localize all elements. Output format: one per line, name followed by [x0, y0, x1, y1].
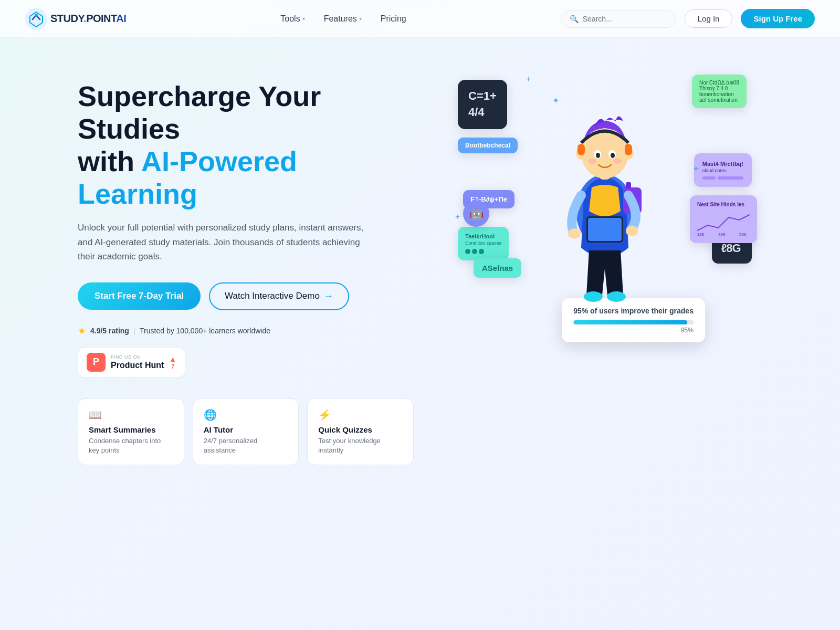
svg-point-8: [568, 228, 581, 239]
cta-primary-button[interactable]: Start Free 7-Day Trial: [78, 282, 201, 310]
progress-bar-bg: [573, 320, 694, 324]
svg-text:300: 300: [697, 232, 705, 236]
summaries-title: Smart Summaries: [89, 425, 173, 434]
svg-rect-11: [588, 218, 622, 241]
svg-point-13: [607, 291, 626, 302]
quizzes-title: Quick Quizzes: [318, 425, 403, 434]
features-chevron-icon: ▾: [359, 16, 362, 22]
tutor-desc: 24/7 personalized assistance: [204, 436, 288, 455]
bot-card: 🤖: [463, 201, 489, 227]
graph-card: Nest Site Hinds les 300 400 500: [690, 195, 757, 243]
nav-actions: 🔍 Log In Sign Up Free: [561, 9, 815, 28]
quizzes-icon: ⚡: [318, 408, 403, 421]
tutor-title: AI Tutor: [204, 425, 288, 434]
search-bar[interactable]: 🔍: [561, 10, 676, 28]
product-hunt-score: ▲ 7: [169, 355, 176, 370]
nav-features[interactable]: Features ▾: [324, 14, 362, 24]
hero-subtitle: Unlock your full potential with personal…: [78, 220, 372, 264]
signup-button[interactable]: Sign Up Free: [741, 9, 815, 28]
purple-card: Mast4 Mrcttbq! cloud notes: [694, 153, 752, 187]
quizzes-desc: Test your knowledge instantly: [318, 436, 403, 455]
progress-label: 95%: [573, 327, 694, 334]
hero-title-line2-plain: with: [78, 145, 141, 177]
summaries-desc: Condense chapters into key points: [89, 436, 173, 455]
arrow-right-icon: →: [324, 291, 333, 302]
progress-bar-fill: [573, 320, 687, 324]
hero-illustration: C=1+4/4 Nor CtdΩΔ.b⊕08 Thisny 7.4.θ booe…: [447, 69, 762, 353]
rating-value: 4.9/5 rating: [90, 327, 129, 335]
rating-separator: |: [133, 326, 135, 335]
hero-left: Supercharge Your Studies with AI-Powered…: [78, 69, 414, 465]
login-button[interactable]: Log In: [685, 9, 733, 28]
feature-card-tutor: 🌐 AI Tutor 24/7 personalized assistance: [193, 398, 299, 465]
illustration-container: C=1+4/4 Nor CtdΩΔ.b⊕08 Thisny 7.4.θ booe…: [447, 69, 762, 353]
svg-text:400: 400: [718, 232, 726, 236]
mini-chart: 300 400 500: [697, 209, 750, 236]
svg-rect-19: [625, 144, 632, 155]
feature-cards: 📖 Smart Summaries Condense chapters into…: [78, 398, 414, 465]
student-character: [542, 90, 668, 313]
tools-chevron-icon: ▾: [302, 16, 305, 22]
nav-links: Tools ▾ Features ▾ Pricing: [280, 14, 406, 24]
green-bubble-card: Nor CtdΩΔ.b⊕08 Thisny 7.4.θ booentionati…: [692, 75, 747, 108]
as-card: ASelnas: [474, 258, 521, 278]
nav-tools[interactable]: Tools ▾: [280, 14, 304, 24]
logo-text: STUDY.POINTAI: [50, 13, 126, 25]
svg-point-22: [596, 153, 600, 158]
star-deco-3: +: [455, 212, 460, 222]
navbar: STUDY.POINTAI Tools ▾ Features ▾ Pricing…: [0, 0, 840, 38]
nav-pricing[interactable]: Pricing: [381, 14, 406, 24]
svg-rect-18: [578, 144, 585, 155]
star-deco-2: ✦: [692, 164, 699, 174]
math-card: C=1+4/4: [458, 80, 507, 129]
rating-trust: Trusted by 100,000+ learners worldwide: [140, 327, 270, 335]
svg-point-24: [588, 159, 596, 164]
svg-point-12: [584, 291, 603, 302]
search-icon: 🔍: [570, 15, 579, 23]
summaries-icon: 📖: [89, 408, 173, 421]
product-hunt-text: FIND US ON Product Hunt: [111, 354, 164, 370]
logo-link[interactable]: STUDY.POINTAI: [25, 8, 126, 30]
svg-rect-7: [626, 182, 631, 188]
hero-title: Supercharge Your Studies with AI-Powered…: [78, 80, 414, 210]
product-hunt-icon: P: [87, 353, 106, 372]
cta-secondary-button[interactable]: Watch Interactive Demo →: [209, 282, 349, 310]
feature-card-summaries: 📖 Smart Summaries Condense chapters into…: [78, 398, 184, 465]
product-hunt-badge[interactable]: P FIND US ON Product Hunt ▲ 7: [78, 347, 185, 377]
hero-section: Supercharge Your Studies with AI-Powered…: [52, 38, 788, 486]
svg-point-9: [626, 226, 638, 236]
svg-point-1: [35, 14, 38, 17]
svg-point-23: [611, 153, 615, 158]
svg-point-25: [613, 159, 622, 164]
svg-text:500: 500: [739, 232, 747, 236]
feature-card-quizzes: ⚡ Quick Quizzes Test your knowledge inst…: [307, 398, 414, 465]
blue-label-card: Bootbebchecal: [458, 138, 518, 153]
hero-buttons: Start Free 7-Day Trial Watch Interactive…: [78, 282, 414, 310]
tutor-icon: 🌐: [204, 408, 288, 421]
logo-icon: [25, 8, 47, 30]
star-deco-4: +: [526, 75, 531, 84]
teal-card: TaelkrHool Condition spaces: [458, 227, 509, 260]
star-icon: ★: [78, 325, 86, 337]
hero-rating: ★ 4.9/5 rating | Trusted by 100,000+ lea…: [78, 325, 414, 337]
search-input[interactable]: [583, 15, 667, 23]
